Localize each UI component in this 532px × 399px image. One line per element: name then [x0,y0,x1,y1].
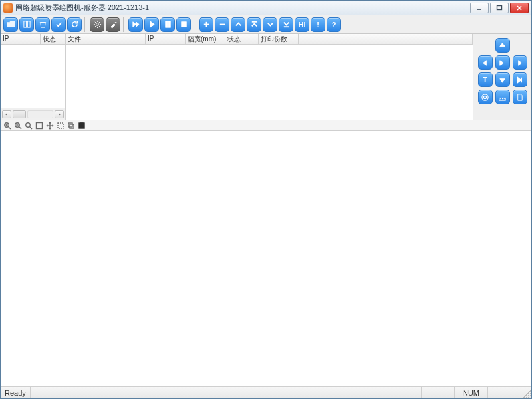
check-button[interactable] [51,17,66,32]
angle-up-button[interactable] [231,17,245,32]
svg-line-30 [29,126,32,129]
col-status[interactable]: 状态 [225,34,259,44]
app-window: 网络超级喷墨绘图机-服务器 2021-1213-1 Hi ! ? [0,0,532,399]
status-num: NUM [454,387,487,398]
plus-button[interactable] [199,17,213,32]
gear-button[interactable] [90,17,104,32]
scroll-right-icon[interactable] [55,110,64,118]
upper-pane: IP 状态 文件 IP 幅宽(mm) 状态 打印份数 [1,34,531,120]
bottom-button[interactable] [279,17,293,32]
scroll-thumb[interactable] [13,110,26,118]
col-ip[interactable]: IP [1,34,41,44]
device-list-header: IP 状态 [1,34,65,45]
job-list-body[interactable] [66,45,473,120]
svg-rect-38 [80,123,83,125]
zoom-out-icon[interactable] [13,121,22,130]
col-file[interactable]: 文件 [66,34,146,44]
levels-button[interactable]: Hi [295,17,309,32]
status-well-1 [421,387,454,398]
app-icon [3,3,13,13]
device-list-scrollbar[interactable] [1,108,65,120]
select-icon[interactable] [56,121,65,130]
svg-rect-35 [68,123,72,127]
info-button[interactable]: ! [311,17,325,32]
col-status[interactable]: 状态 [41,34,65,44]
svg-rect-36 [70,124,74,128]
save-icon[interactable] [77,121,86,130]
nav-gear-button[interactable] [478,90,493,104]
resize-grip-icon[interactable] [521,387,531,398]
nav-right-button[interactable] [513,55,527,70]
status-bar: Ready NUM [1,386,531,398]
top-button[interactable] [247,17,261,32]
svg-rect-5 [27,21,30,27]
zoom-in-icon[interactable] [3,121,11,130]
svg-rect-4 [23,21,26,27]
svg-point-7 [96,23,98,26]
maximize-button[interactable] [490,3,509,13]
stop-button[interactable] [176,17,191,32]
main-toolbar: Hi ! ? [1,15,531,34]
window-title: 网络超级喷墨绘图机-服务器 2021-1213-1 [15,3,470,13]
separator [194,17,196,32]
preview-toolbar [1,120,531,131]
device-list-body[interactable] [1,45,65,108]
angle-down-button[interactable] [263,17,277,32]
fast-forward-button[interactable] [128,17,143,32]
col-spacer [299,34,473,44]
device-list: IP 状态 [1,34,66,120]
grid-button[interactable] [19,17,34,32]
svg-rect-9 [168,21,170,27]
nav-panel: T [473,34,531,120]
job-list-header: 文件 IP 幅宽(mm) 状态 打印份数 [66,34,473,45]
status-well-2 [487,387,521,398]
close-button[interactable] [510,3,529,13]
scroll-left-icon[interactable] [2,110,11,118]
titlebar: 网络超级喷墨绘图机-服务器 2021-1213-1 [1,1,531,15]
scroll-track[interactable] [27,110,53,118]
window-buttons [470,3,529,13]
nav-origin-button[interactable] [495,55,510,70]
svg-point-16 [483,96,486,98]
svg-rect-8 [165,21,167,27]
svg-rect-10 [181,22,186,27]
help-button[interactable]: ? [327,17,341,32]
svg-line-27 [19,126,21,129]
status-ready: Ready [1,387,31,398]
copy-icon[interactable] [66,121,75,130]
separator [123,17,126,32]
svg-point-17 [482,94,488,100]
fit-window-icon[interactable] [35,121,43,130]
col-copies[interactable]: 打印份数 [259,34,299,44]
preview-canvas[interactable] [1,131,531,386]
svg-rect-1 [497,5,502,9]
zoom-fit-icon[interactable] [24,121,33,130]
pan-icon[interactable] [45,121,54,130]
nav-measure-button[interactable] [495,90,510,104]
svg-point-29 [25,122,29,126]
job-list: 文件 IP 幅宽(mm) 状态 打印份数 [66,34,473,120]
tools-button[interactable] [106,17,120,32]
nav-text-button[interactable]: T [478,72,493,87]
refresh-button[interactable] [67,17,82,32]
nav-end-button[interactable] [513,72,527,87]
col-width[interactable]: 幅宽(mm) [186,34,225,44]
nav-doc-button[interactable] [513,90,527,104]
pause-button[interactable] [160,17,175,32]
separator [84,17,87,32]
svg-line-23 [8,126,11,129]
col-ip[interactable]: IP [146,34,186,44]
svg-rect-34 [58,123,63,128]
minus-button[interactable] [215,17,229,32]
nav-left-button[interactable] [478,55,493,70]
svg-rect-31 [36,122,42,128]
nav-up-button[interactable] [495,38,510,53]
open-button[interactable] [3,17,18,32]
minimize-button[interactable] [470,3,489,13]
delete-button[interactable] [35,17,50,32]
nav-down-button[interactable] [495,72,510,87]
play-button[interactable] [144,17,159,32]
